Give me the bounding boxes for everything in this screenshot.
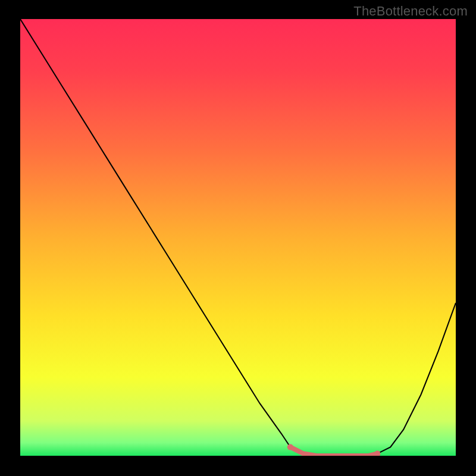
highlight-start-dot [287,444,293,450]
watermark-text: TheBottleneck.com [353,4,468,19]
optimal-range-highlight [290,447,377,456]
bottleneck-curve [20,19,456,456]
highlight-end-dot [374,450,380,456]
chart-plot-area [20,19,456,456]
chart-curve-layer [20,19,456,456]
